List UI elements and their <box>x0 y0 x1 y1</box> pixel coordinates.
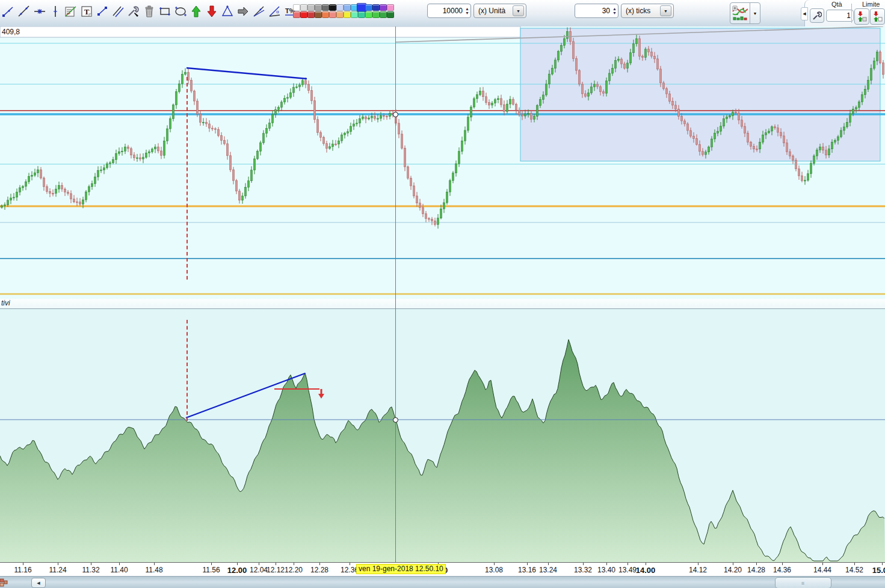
indicator-chart-pane[interactable] <box>0 309 885 562</box>
color-swatch[interactable] <box>322 4 329 11</box>
color-swatch[interactable] <box>365 4 372 11</box>
tick-mark <box>319 563 320 565</box>
ticks-spin-arrows[interactable]: ▲▼ <box>612 7 617 15</box>
scrollbar-thumb[interactable]: ≡ <box>775 577 831 588</box>
trash-icon[interactable] <box>142 2 156 20</box>
color-swatch[interactable] <box>351 11 358 18</box>
tick-mark <box>854 563 855 565</box>
color-swatch[interactable] <box>344 4 351 11</box>
vertical-line-icon[interactable] <box>48 2 62 20</box>
tick-label: 12.28 <box>310 566 328 574</box>
limit-sell-button[interactable] <box>854 8 869 25</box>
ticks-dropdown-arrow-icon[interactable]: ▼ <box>660 5 671 16</box>
color-swatch[interactable] <box>322 11 329 18</box>
qty-input[interactable] <box>826 10 854 22</box>
color-swatch[interactable] <box>307 4 315 11</box>
color-swatch[interactable] <box>387 4 394 11</box>
wrench-icon <box>812 11 822 20</box>
tools-icon[interactable] <box>126 2 140 20</box>
color-swatch[interactable] <box>329 11 336 18</box>
tick-mark <box>154 563 155 565</box>
color-swatch[interactable] <box>300 4 307 11</box>
tick-label: 14.36 <box>773 566 791 574</box>
drawing-tools: TαT% <box>1 2 297 20</box>
color-swatch[interactable] <box>380 4 387 11</box>
tick-mark <box>294 563 294 565</box>
unit-spin-arrows[interactable]: ▲▼ <box>465 7 469 15</box>
tick-label: 13.08 <box>485 566 503 574</box>
arrow-down-icon[interactable] <box>205 2 218 20</box>
scroll-left-button[interactable]: ◀ <box>31 578 46 588</box>
ticks-value-box[interactable]: ▲▼ <box>575 4 618 18</box>
price-chart-pane[interactable]: 409,8 <box>0 26 885 299</box>
ellipse-icon[interactable] <box>173 2 187 20</box>
unit-dropdown[interactable]: (x) Unità ▼ <box>473 4 526 18</box>
drawing-toolbar: TαT% ▲▼ (x) Unità ▼ ▲▼ (x) ticks ▼ <box>0 0 885 27</box>
color-swatch[interactable] <box>372 11 380 18</box>
color-swatch[interactable] <box>344 11 351 18</box>
arrow-right-icon[interactable] <box>236 2 250 20</box>
chart-type-button[interactable]: ▼ <box>730 2 760 24</box>
unit-value-box[interactable]: ▲▼ <box>427 4 471 18</box>
tick-mark <box>259 563 259 565</box>
tick-label: 13.24 <box>539 566 557 574</box>
color-swatch[interactable] <box>293 11 300 18</box>
color-swatch[interactable] <box>307 11 315 18</box>
chart-notes-icon[interactable] <box>64 2 78 20</box>
color-swatch[interactable] <box>300 11 307 18</box>
tick-label: 14.12 <box>689 566 707 574</box>
red-dashed-line-bottom <box>187 320 188 421</box>
svg-text:T: T <box>84 7 89 16</box>
crosshair-anchor-top[interactable] <box>393 112 398 117</box>
arrow-up-icon[interactable] <box>189 2 203 20</box>
color-swatch[interactable] <box>293 4 300 11</box>
tick-label: 13.49 <box>618 566 637 574</box>
rectangle-icon[interactable] <box>158 2 171 20</box>
tick-mark <box>276 563 276 565</box>
red-dashed-line-top <box>187 77 188 280</box>
color-swatch[interactable] <box>372 4 380 11</box>
horizontal-line-icon[interactable] <box>32 2 46 20</box>
color-swatch[interactable] <box>358 11 365 18</box>
trend-segment-icon[interactable] <box>1 2 15 20</box>
chart-type-dropdown-arrow-icon[interactable]: ▼ <box>750 3 760 23</box>
color-swatch[interactable] <box>336 11 344 18</box>
price-strip: 409,8 <box>0 26 520 37</box>
tick-mark <box>606 563 607 565</box>
trend-line-icon[interactable] <box>17 2 31 20</box>
unit-value-input[interactable] <box>430 6 464 16</box>
qty-label: Qtà <box>831 1 842 8</box>
ticks-value-input[interactable] <box>578 6 611 16</box>
crosshair-anchor-bottom[interactable] <box>393 417 398 423</box>
parallel-lines-icon[interactable] <box>111 2 125 20</box>
triangle-icon[interactable] <box>220 2 234 20</box>
color-swatch[interactable] <box>380 11 387 18</box>
limit-buy-button[interactable] <box>870 8 885 25</box>
segment-points-icon[interactable] <box>95 2 109 20</box>
tick-mark <box>91 563 91 565</box>
trend-angle-icon[interactable] <box>251 2 265 20</box>
tick-mark <box>23 563 23 565</box>
tick-label: 13.32 <box>574 566 592 574</box>
indicator-panel-header: tivi <box>0 299 885 309</box>
unit-dropdown-label: (x) Unità <box>478 7 505 15</box>
angle-alpha-icon[interactable]: α <box>267 2 281 20</box>
color-swatch[interactable] <box>315 4 322 11</box>
color-swatch[interactable] <box>315 11 322 18</box>
tick-mark <box>583 563 584 565</box>
tick-mark <box>756 563 757 565</box>
tick-mark <box>237 563 238 565</box>
color-swatch[interactable] <box>336 4 344 11</box>
scroll-left-arrow-icon: ◀ <box>37 581 40 586</box>
color-swatch[interactable] <box>387 11 394 18</box>
color-swatch[interactable] <box>329 4 336 11</box>
chart-type-icon[interactable] <box>730 3 750 23</box>
order-settings-button[interactable] <box>810 8 824 23</box>
unit-dropdown-arrow-icon[interactable]: ▼ <box>513 5 524 16</box>
ticks-dropdown-label: (x) ticks <box>626 7 650 15</box>
color-swatch[interactable] <box>365 11 372 18</box>
order-panel-collapse-icon[interactable]: ◀ <box>801 7 808 20</box>
ticks-dropdown[interactable]: (x) ticks ▼ <box>621 4 674 18</box>
horizontal-scrollbar[interactable]: ◀ ≡ <box>0 576 885 588</box>
text-tool-icon[interactable]: T <box>79 2 93 20</box>
